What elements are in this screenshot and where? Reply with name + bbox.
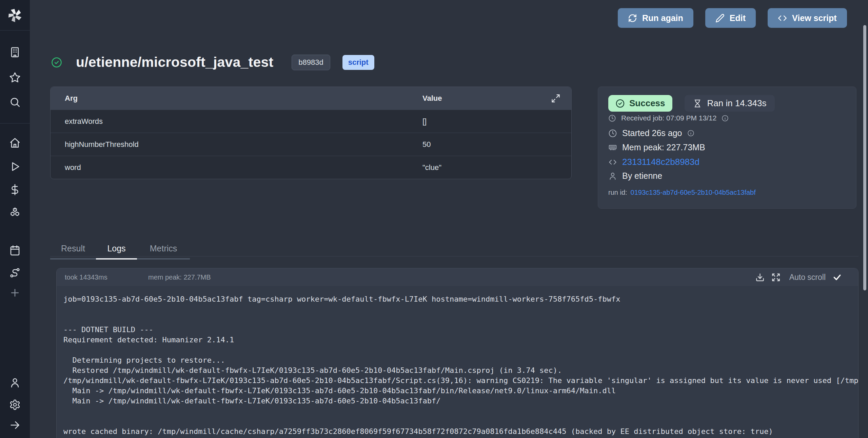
- logs-panel: took 14343ms mem peak: 227.7MB Auto scro…: [56, 268, 859, 438]
- view-script-label: View script: [792, 13, 837, 23]
- edit-label: Edit: [730, 13, 746, 23]
- script-kind-badge: script: [342, 55, 374, 70]
- started-row: Started 26s ago: [608, 128, 694, 138]
- windmill-pinwheel-icon: [8, 8, 22, 22]
- run-id-label: run id:: [608, 189, 627, 196]
- info-icon[interactable]: [687, 130, 694, 137]
- pencil-icon: [715, 14, 725, 23]
- status-label: Success: [629, 98, 665, 109]
- refresh-icon: [628, 14, 637, 23]
- info-icon[interactable]: [722, 115, 729, 122]
- arg-name: highNumberThreshold: [51, 140, 422, 149]
- autoscroll-label: Auto scroll: [789, 273, 826, 282]
- clock-icon: [608, 114, 616, 122]
- run-id-link[interactable]: 0193c135-ab7d-60e5-2b10-04b5ac13fabf: [631, 189, 756, 196]
- table-row: word "clue": [51, 156, 571, 179]
- tab-logs[interactable]: Logs: [96, 240, 137, 260]
- triggered-by-text: By etienne: [622, 171, 662, 181]
- arg-value: 50: [422, 140, 571, 149]
- log-duration: took 14343ms: [65, 273, 148, 281]
- run-header: u/etienne/microsoft_java_test b8983d scr…: [51, 54, 374, 70]
- action-toolbar: Run again Edit View script: [618, 8, 847, 28]
- mem-peak-text: Mem peak: 227.73MB: [622, 142, 705, 152]
- workers-route-icon[interactable]: [9, 267, 21, 279]
- arg-name: extraWords: [51, 117, 422, 126]
- code-icon: [778, 14, 787, 23]
- received-job-row: Received job: 07:09 PM 13/12: [608, 114, 729, 122]
- log-mem-peak: mem peak: 227.7MB: [148, 273, 211, 281]
- table-row: highNumberThreshold 50: [51, 133, 571, 156]
- log-text: job=0193c135-ab7d-60e5-2b10-04b5ac13fabf…: [63, 294, 858, 437]
- user-icon: [608, 172, 617, 180]
- download-icon[interactable]: [755, 273, 765, 282]
- clock-icon: [608, 129, 617, 138]
- settings-gear-icon[interactable]: [9, 399, 21, 411]
- args-table: Arg Value extraWords [] highNumberThresh…: [50, 87, 572, 179]
- sidebar: [0, 0, 30, 438]
- windmill-run-page: Run again Edit View script u/etienne/mic…: [0, 0, 868, 438]
- script-hash-row: 23131148c2b8983d: [608, 157, 699, 167]
- maximize-icon: [551, 94, 560, 103]
- logs-panel-header: took 14343ms mem peak: 227.7MB Auto scro…: [57, 268, 858, 286]
- tab-result[interactable]: Result: [50, 240, 96, 260]
- triggered-by-row: By etienne: [608, 171, 662, 181]
- success-check-icon: [51, 57, 62, 68]
- sidebar-divider: [0, 123, 30, 123]
- status-badges-row: Success Ran in 14.343s: [608, 95, 775, 112]
- arg-name: word: [51, 163, 422, 172]
- status-badge: Success: [608, 95, 672, 112]
- page-title: u/etienne/microsoft_java_test: [76, 54, 273, 70]
- home-icon[interactable]: [9, 137, 21, 149]
- script-hash-badge: b8983d: [292, 55, 330, 70]
- create-plus-icon[interactable]: [9, 287, 21, 299]
- result-tabs: Result Logs Metrics: [50, 240, 190, 260]
- arg-value: []: [422, 117, 571, 126]
- arg-value: "clue": [422, 163, 571, 172]
- run-again-button[interactable]: Run again: [618, 8, 693, 28]
- duration-chip: Ran in 14.343s: [685, 95, 775, 112]
- page-scrollbar[interactable]: [863, 25, 866, 290]
- duration-label: Ran in 14.343s: [707, 98, 767, 109]
- variables-dollar-icon[interactable]: [9, 184, 21, 196]
- schedules-calendar-icon[interactable]: [9, 244, 21, 256]
- user-icon[interactable]: [9, 377, 21, 389]
- code-icon: [608, 158, 617, 167]
- hourglass-icon: [693, 99, 702, 108]
- workspace-building-icon[interactable]: [9, 46, 21, 58]
- collapse-arrow-right-icon[interactable]: [9, 419, 21, 431]
- job-status-panel: Success Ran in 14.343s Received job: 07:…: [598, 87, 856, 209]
- args-col-header: Arg: [51, 94, 422, 103]
- mem-peak-row: Mem peak: 227.73MB: [608, 142, 705, 152]
- script-hash-link[interactable]: 23131148c2b8983d: [622, 157, 699, 167]
- received-job-text: Received job: 07:09 PM 13/12: [621, 114, 716, 122]
- success-check-icon: [615, 99, 625, 108]
- view-script-button[interactable]: View script: [768, 8, 847, 28]
- autoscroll-checkbox[interactable]: [832, 272, 842, 282]
- run-again-label: Run again: [642, 13, 683, 23]
- edit-button[interactable]: Edit: [705, 8, 756, 28]
- memory-icon: [608, 143, 617, 152]
- expand-args-button[interactable]: [551, 94, 560, 103]
- value-col-header: Value: [422, 94, 571, 103]
- resources-boxes-icon[interactable]: [9, 206, 21, 218]
- expand-icon[interactable]: [771, 273, 781, 282]
- runs-play-icon[interactable]: [9, 160, 21, 173]
- favorites-star-icon[interactable]: [9, 71, 21, 83]
- started-text: Started 26s ago: [622, 128, 682, 138]
- args-table-header: Arg Value: [51, 87, 571, 110]
- log-output[interactable]: job=0193c135-ab7d-60e5-2b10-04b5ac13fabf…: [57, 286, 858, 437]
- windmill-logo[interactable]: [0, 0, 30, 31]
- search-icon[interactable]: [9, 96, 21, 108]
- table-row: extraWords []: [51, 110, 571, 133]
- tab-metrics[interactable]: Metrics: [137, 240, 190, 260]
- run-id-row: run id: 0193c135-ab7d-60e5-2b10-04b5ac13…: [608, 189, 756, 196]
- log-controls: Auto scroll: [755, 272, 842, 282]
